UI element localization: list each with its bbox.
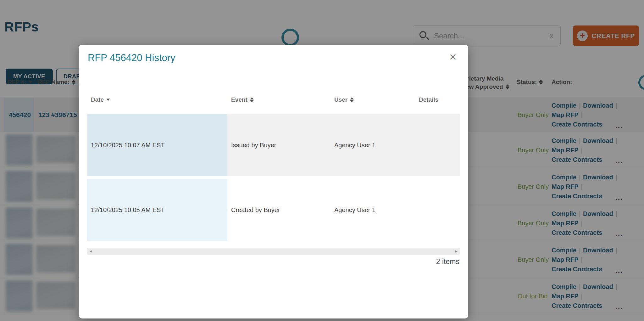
history-date-cell: 12/10/2025 10:07 AM EST [87, 114, 227, 176]
scroll-right-icon[interactable]: ▸ [455, 248, 458, 254]
sort-desc-icon [107, 99, 110, 101]
history-table-header: Date Event User Details [87, 96, 460, 103]
modal-title: RFP 456420 History [88, 52, 175, 64]
sort-both-icon [350, 97, 354, 102]
history-column-date[interactable]: Date [87, 96, 227, 103]
history-event-cell: Issued by Buyer [227, 114, 330, 176]
history-table-body: 12/10/2025 10:07 AM EST Issued by Buyer … [87, 114, 460, 244]
history-modal: RFP 456420 History ✕ Date Event User Det… [79, 45, 468, 318]
history-details-cell [415, 114, 460, 176]
history-event-cell: Created by Buyer [227, 179, 330, 241]
close-icon[interactable]: ✕ [449, 52, 457, 63]
history-column-user[interactable]: User [330, 96, 415, 103]
history-row[interactable]: 12/10/2025 10:05 AM EST Created by Buyer… [87, 179, 460, 241]
history-row[interactable]: 12/10/2025 10:07 AM EST Issued by Buyer … [87, 114, 460, 176]
sort-both-icon [250, 97, 254, 102]
history-user-cell: Agency User 1 [330, 179, 415, 241]
history-column-event[interactable]: Event [227, 96, 330, 103]
history-column-details: Details [415, 96, 460, 103]
history-user-cell: Agency User 1 [330, 114, 415, 176]
scroll-left-icon[interactable]: ◂ [90, 248, 92, 254]
items-count: 2 items [436, 257, 459, 266]
rfps-page: RFPs x + CREATE RFP MY ACTIVE DRAFT RFP … [0, 0, 644, 321]
history-details-cell [415, 179, 460, 241]
history-date-cell: 12/10/2025 10:05 AM EST [87, 179, 227, 241]
horizontal-scrollbar[interactable]: ◂ ▸ [87, 248, 460, 255]
